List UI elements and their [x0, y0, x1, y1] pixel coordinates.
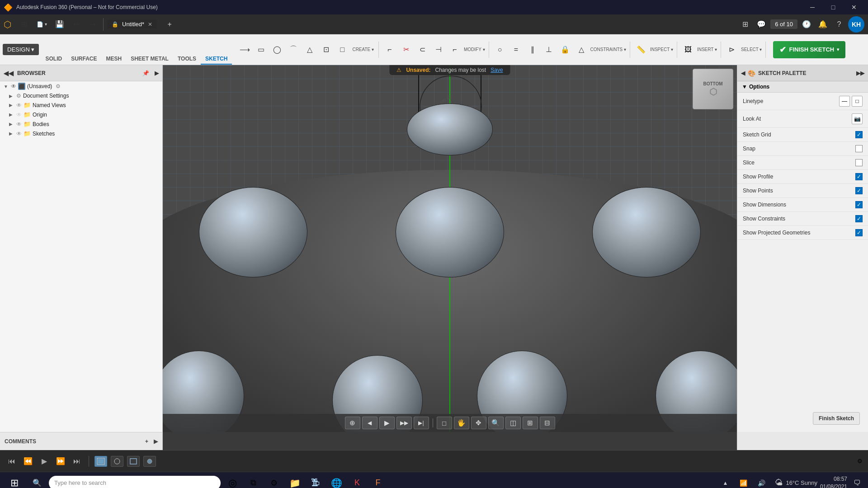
comments-collapse-icon[interactable]: ▶	[154, 438, 158, 445]
constraints-lock-btn[interactable]: 🔒	[558, 42, 572, 57]
tab-sketch[interactable]: SKETCH	[201, 34, 232, 65]
tray-network-icon[interactable]: 📶	[736, 476, 750, 488]
tray-volume-icon[interactable]: 🔊	[754, 476, 769, 488]
close-button[interactable]: ✕	[844, 0, 864, 14]
modify-corner-btn[interactable]: ⌐	[448, 42, 462, 57]
vp-grid-btn[interactable]: ⊞	[523, 417, 538, 429]
vp-home-btn[interactable]: ⊕	[345, 417, 360, 429]
sp-show-points-checkbox[interactable]: ✓	[855, 187, 863, 194]
sp-collapse-icon[interactable]: ◀	[741, 70, 745, 76]
tl-frame-4[interactable]	[143, 456, 156, 467]
tab-sheetmetal[interactable]: SHEET METAL	[126, 34, 173, 65]
minimize-button[interactable]: ─	[802, 0, 823, 14]
taskbar-app-k-btn[interactable]: K	[348, 474, 366, 488]
browser-item-bodies[interactable]: ▶ 👁 📁 Bodies	[0, 119, 162, 129]
browser-item-unsaved[interactable]: ▼ 👁 ⬛ (Unsaved) ⚙	[0, 81, 162, 91]
sp-sketch-grid-checkbox[interactable]: ✓	[855, 131, 863, 138]
sp-finish-sketch-button[interactable]: Finish Sketch	[813, 412, 860, 425]
tab-close-icon[interactable]: ✕	[148, 21, 152, 28]
constraints-perp-btn[interactable]: ⊥	[542, 42, 556, 57]
taskbar-cortana-btn[interactable]: ◎	[223, 474, 241, 488]
eye-icon[interactable]: 👁	[11, 83, 16, 89]
browser-item-doc-settings[interactable]: ▶ ⚙ Document Settings	[0, 91, 162, 100]
create-point-btn[interactable]: ⊡	[319, 42, 333, 57]
finish-sketch-button[interactable]: ✔ FINISH SKETCH ▾	[773, 41, 845, 58]
vp-play-btn[interactable]: ▶	[379, 417, 395, 429]
tab-mesh[interactable]: MESH	[101, 34, 126, 65]
constraints-equal-btn[interactable]: =	[509, 42, 524, 57]
sp-expand-icon[interactable]: ▶▶	[856, 70, 864, 76]
comment-button[interactable]: 💬	[754, 17, 769, 32]
create-triangle-btn[interactable]: △	[302, 42, 317, 57]
bell-icon[interactable]: 🔔	[816, 17, 830, 32]
vp-box-select-btn[interactable]: □	[437, 417, 452, 429]
viewport[interactable]: ⚠ Unsaved: Changes may be lost Save Ø5.6…	[163, 65, 737, 432]
taskbar-chrome-btn[interactable]: 🌐	[327, 474, 345, 488]
vp-display-btn[interactable]: ◫	[505, 417, 521, 429]
sp-linetype-dash-btn[interactable]: —	[839, 96, 850, 107]
avatar[interactable]: KH	[848, 16, 864, 33]
tl-frame-1[interactable]	[94, 456, 107, 467]
taskbar-search-bar[interactable]: Type here to search	[49, 476, 221, 488]
notification-button[interactable]: 🗨	[850, 476, 864, 488]
vp-end-btn[interactable]: ▶|	[414, 417, 429, 429]
vp-more-btn[interactable]: ⊟	[540, 417, 555, 429]
tab-title[interactable]: Untitled*	[122, 21, 144, 28]
create-square-btn[interactable]: □	[335, 42, 349, 57]
comments-add-icon[interactable]: +	[145, 438, 148, 445]
select-btn[interactable]: ⊳	[725, 42, 739, 57]
save-link[interactable]: Save	[491, 67, 503, 73]
inspect-ruler-btn[interactable]: 📏	[634, 42, 648, 57]
browser-item-origin[interactable]: ▶ 👁 📁 Origin	[0, 110, 162, 119]
tab-solid[interactable]: SOLID	[41, 34, 66, 65]
tl-play-btn[interactable]: ▶	[38, 455, 51, 468]
redo-button[interactable]: ↪	[85, 17, 99, 32]
file-menu[interactable]: 📄▾	[33, 19, 51, 29]
new-tab-button[interactable]: +	[162, 17, 177, 32]
tl-prev-btn[interactable]: ⏪	[22, 455, 34, 468]
save-button[interactable]: 💾	[52, 17, 67, 32]
maximize-button[interactable]: □	[823, 0, 844, 14]
sp-options-header[interactable]: ▼ Options	[737, 81, 868, 93]
create-arc-btn[interactable]: ⌒	[286, 42, 301, 57]
browser-item-sketches[interactable]: ▶ 👁 📁 Sketches	[0, 129, 162, 138]
clock-icon[interactable]: 🕐	[799, 17, 814, 32]
modify-fillet-btn[interactable]: ⌐	[382, 42, 397, 57]
navcube[interactable]: BOTTOM ⬡	[693, 69, 733, 109]
taskbar-explorer-btn[interactable]: 📁	[286, 474, 304, 488]
tl-settings-icon[interactable]: ⚙	[857, 458, 863, 465]
sp-show-dimensions-checkbox[interactable]: ✓	[855, 201, 863, 208]
extensions-button[interactable]: ⊞	[738, 17, 752, 32]
sp-show-constraints-checkbox[interactable]: ✓	[855, 215, 863, 222]
tl-next-btn[interactable]: ⏩	[54, 455, 67, 468]
constraints-circle-btn[interactable]: ○	[493, 42, 507, 57]
create-line-btn[interactable]: ⟶	[237, 42, 252, 57]
vp-orbit-btn[interactable]: 🖐	[454, 417, 469, 429]
create-rect-btn[interactable]: ▭	[254, 42, 268, 57]
sp-snap-checkbox[interactable]	[855, 145, 863, 152]
menu-grid-icon[interactable]: ⊞	[17, 17, 31, 32]
tl-frame-3[interactable]	[127, 456, 140, 467]
taskbar-task-view-btn[interactable]: ⧉	[244, 474, 262, 488]
browser-collapse-icon[interactable]: ◀◀	[4, 70, 14, 77]
insert-image-btn[interactable]: 🖼	[681, 42, 695, 57]
tl-skip-end-btn[interactable]: ⏭	[71, 455, 83, 468]
vp-next-btn[interactable]: ▶▶	[396, 417, 412, 429]
sp-linetype-box-btn[interactable]: □	[852, 96, 863, 107]
tray-up-arrow[interactable]: ▲	[718, 476, 732, 488]
tl-skip-start-btn[interactable]: ⏮	[5, 455, 18, 468]
sp-show-projected-checkbox[interactable]: ✓	[855, 229, 863, 236]
vp-pan-btn[interactable]: ✥	[471, 417, 486, 429]
modify-extend-btn[interactable]: ⊂	[415, 42, 429, 57]
start-button[interactable]: ⊞	[4, 474, 25, 488]
sp-show-profile-checkbox[interactable]: ✓	[855, 173, 863, 180]
tl-frame-2[interactable]	[111, 456, 123, 467]
undo-button[interactable]: ↩	[69, 17, 83, 32]
taskbar-winrar-btn[interactable]: 🗜	[307, 474, 325, 488]
sp-slice-checkbox[interactable]	[855, 159, 863, 166]
modify-break-btn[interactable]: ⊣	[431, 42, 446, 57]
taskbar-app-f-btn[interactable]: F	[369, 474, 387, 488]
settings-icon[interactable]: ⚙	[56, 83, 61, 89]
design-mode-button[interactable]: DESIGN ▾	[3, 44, 39, 55]
constraints-triangle-btn[interactable]: △	[574, 42, 589, 57]
